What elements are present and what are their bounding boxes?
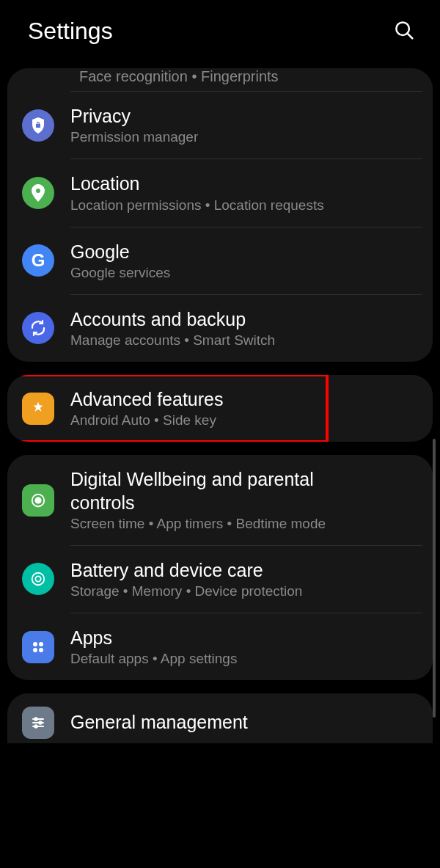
settings-item-privacy[interactable]: Privacy Permission manager — [7, 92, 433, 158]
location-icon — [22, 177, 54, 209]
svg-point-4 — [32, 573, 45, 586]
settings-item-battery-care[interactable]: Battery and device care Storage • Memory… — [7, 546, 433, 613]
truncated-previous-item: Face recognition • Fingerprints — [7, 68, 433, 91]
row-sub: Default apps • App settings — [70, 651, 237, 667]
svg-point-13 — [34, 718, 37, 721]
row-sub: Google services — [70, 265, 170, 281]
svg-point-8 — [33, 648, 37, 652]
settings-item-advanced-features[interactable]: Advanced features Android Auto • Side ke… — [7, 375, 433, 442]
header: Settings — [0, 0, 440, 68]
settings-item-digital-wellbeing[interactable]: Digital Wellbeing and parental controls … — [7, 455, 433, 545]
svg-point-9 — [39, 648, 43, 652]
svg-point-5 — [35, 577, 40, 582]
row-title: Apps — [70, 627, 237, 649]
row-sub: Screen time • App timers • Bedtime mode — [70, 516, 378, 532]
settings-group-3: Digital Wellbeing and parental controls … — [7, 455, 433, 680]
row-sub: Location permissions • Location requests — [70, 197, 324, 214]
general-management-icon — [22, 707, 54, 739]
settings-group-1: Face recognition • Fingerprints Privacy … — [7, 68, 433, 362]
row-title: Google — [70, 241, 170, 263]
svg-point-3 — [35, 497, 40, 503]
svg-point-6 — [33, 642, 37, 646]
settings-item-google[interactable]: G Google Google services — [7, 227, 433, 294]
privacy-icon — [22, 109, 54, 142]
row-title: Battery and device care — [70, 559, 302, 582]
scrollbar[interactable] — [433, 439, 436, 718]
row-title: Advanced features — [70, 388, 223, 411]
settings-item-location[interactable]: Location Location permissions • Location… — [7, 159, 433, 226]
svg-line-1 — [407, 33, 412, 38]
search-icon — [393, 32, 415, 43]
advanced-features-icon — [22, 393, 54, 425]
settings-item-apps[interactable]: Apps Default apps • App settings — [7, 613, 433, 680]
row-sub: Permission manager — [70, 129, 198, 145]
svg-point-14 — [39, 721, 42, 724]
row-sub: Storage • Memory • Device protection — [70, 583, 302, 599]
apps-icon — [22, 631, 54, 663]
settings-group-4: General management — [7, 693, 433, 743]
sync-icon — [22, 312, 54, 344]
wellbeing-icon — [22, 484, 54, 517]
settings-group-advanced: Advanced features Android Auto • Side ke… — [7, 375, 433, 442]
settings-item-accounts-backup[interactable]: Accounts and backup Manage accounts • Sm… — [7, 295, 433, 362]
row-title: Location — [70, 172, 324, 195]
battery-care-icon — [22, 563, 54, 595]
google-icon: G — [22, 244, 54, 277]
search-button[interactable] — [389, 15, 419, 48]
row-title: General management — [70, 711, 248, 734]
svg-point-7 — [39, 642, 43, 646]
row-title: Privacy — [70, 105, 198, 128]
page-title: Settings — [28, 18, 113, 45]
settings-item-general-management[interactable]: General management — [7, 693, 433, 743]
row-sub: Manage accounts • Smart Switch — [70, 332, 275, 349]
row-sub: Android Auto • Side key — [70, 412, 223, 428]
row-title: Accounts and backup — [70, 308, 275, 331]
row-title: Digital Wellbeing and parental controls — [70, 468, 378, 514]
svg-point-15 — [34, 725, 37, 728]
